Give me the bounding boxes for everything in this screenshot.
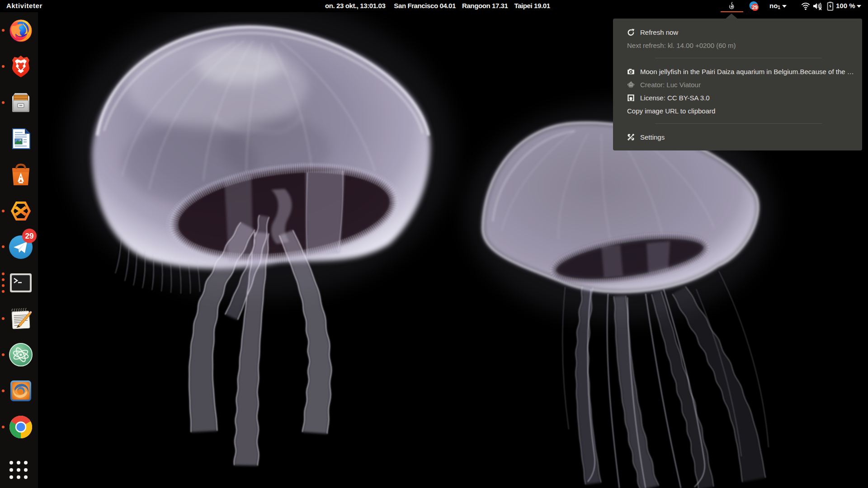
- svg-text:29: 29: [25, 232, 34, 240]
